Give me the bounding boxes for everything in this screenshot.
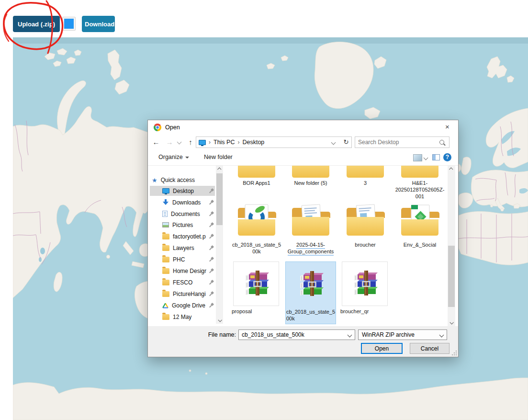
folder-icon (162, 314, 169, 320)
chevron-down-icon (185, 157, 189, 159)
sidebar-item-documents[interactable]: Documents (150, 209, 215, 219)
sidebar-item-google-drive[interactable]: Google Drive (150, 300, 215, 310)
chevron-down-icon (439, 332, 444, 337)
google-drive-icon (162, 303, 169, 308)
history-chevron-icon[interactable] (177, 140, 182, 145)
page: Upload (.zip) Download Open × ← → ↑ (0, 0, 528, 420)
file-tile-broucher-qr-zip[interactable]: broucher_qr (340, 261, 391, 324)
new-folder-button[interactable]: New folder (204, 154, 233, 160)
sidebar-item-12-may[interactable]: 12 May (150, 312, 215, 322)
folder-icon (236, 203, 278, 238)
forward-button[interactable]: → (165, 136, 174, 148)
folder-icon (344, 166, 386, 180)
sidebar-item-downloads[interactable]: Downloads (150, 197, 215, 207)
view-mode-icon[interactable] (413, 154, 422, 161)
pin-icon (209, 268, 214, 273)
folder-icon (162, 280, 169, 285)
file-tile-group-components[interactable]: 2025-04-15-Group_components (285, 203, 336, 255)
dialog-title: Open (165, 124, 180, 131)
sidebar-item-phc[interactable]: PHC (150, 254, 215, 264)
file-tile-3[interactable]: 3 (340, 166, 391, 186)
breadcrumb-separator: › (209, 139, 211, 146)
file-type-dropdown[interactable]: WinRAR ZIP archive (358, 329, 447, 340)
search-box[interactable] (355, 136, 449, 148)
close-button[interactable]: × (437, 120, 458, 135)
pin-icon (209, 188, 214, 193)
preview-pane-icon[interactable] (432, 154, 440, 160)
quick-access-icon: ★ (152, 177, 157, 184)
documents-icon (162, 211, 168, 217)
sidebar-item-pictures[interactable]: Pictures (150, 220, 215, 230)
organize-menu[interactable]: Organize (158, 154, 189, 160)
sidebar-item-home-design[interactable]: Home Desigr (150, 266, 215, 276)
file-list-scrollbar[interactable] (448, 166, 455, 326)
refresh-button[interactable]: ↻ (341, 136, 352, 148)
open-button[interactable]: Open (361, 343, 403, 354)
file-tile-proposal-zip[interactable]: proposal (231, 261, 282, 324)
dialog-footer: File name: WinRAR ZIP archive Open Cance… (148, 326, 458, 357)
downloads-icon (162, 199, 169, 205)
sidebar-item-desktop[interactable]: Desktop (150, 186, 215, 196)
folder-icon (162, 245, 169, 251)
cancel-button[interactable]: Cancel (410, 343, 449, 354)
folder-icon (290, 203, 332, 238)
chevron-down-icon[interactable] (348, 332, 352, 337)
help-button[interactable]: ? (443, 153, 451, 161)
folder-icon (344, 203, 386, 238)
view-chevron-icon[interactable] (424, 156, 428, 160)
breadcrumb-desktop[interactable]: Desktop (242, 139, 264, 146)
search-icon (439, 140, 444, 145)
folder-icon (399, 203, 441, 238)
sidebar-item-picturehanging[interactable]: PictureHangi (150, 289, 215, 299)
sidebar-item-fesco[interactable]: FESCO (150, 277, 215, 287)
file-list: BOR Apps1 New folder (5) (223, 166, 447, 326)
folder-icon (162, 268, 169, 274)
scrollbar-thumb[interactable] (448, 246, 455, 307)
dialog-titlebar: Open × (148, 120, 458, 135)
back-button[interactable]: ← (152, 136, 160, 148)
file-tile-bor-apps1[interactable]: BOR Apps1 (231, 166, 282, 186)
pin-icon (209, 211, 214, 216)
scroll-down-icon[interactable] (218, 318, 222, 322)
up-button[interactable]: ↑ (186, 136, 195, 148)
breadcrumb-this-pc[interactable]: This PC (213, 139, 235, 146)
address-bar[interactable]: › This PC › Desktop (196, 136, 341, 148)
upload-button[interactable]: Upload (.zip) (13, 16, 60, 32)
pin-icon (209, 245, 214, 250)
scroll-up-icon[interactable] (217, 167, 221, 171)
color-picker[interactable] (62, 17, 76, 31)
pin-icon (209, 222, 214, 227)
file-tile-new-folder-5[interactable]: New folder (5) (285, 166, 336, 186)
file-name-combobox[interactable] (238, 329, 355, 340)
sidebar-quick-access[interactable]: ★ Quick access (152, 175, 195, 185)
winrar-archive-icon (298, 270, 325, 297)
folder-icon (162, 291, 169, 297)
scroll-up-icon[interactable] (449, 167, 453, 171)
pin-icon (209, 291, 214, 296)
navigation-pane: ★ Quick access Desktop Downloads Documen… (148, 166, 216, 326)
dialog-navbar: ← → ↑ › This PC › Desktop ↻ (148, 135, 458, 150)
pin-icon (209, 234, 214, 239)
chrome-icon (154, 124, 161, 131)
scroll-down-icon[interactable] (449, 320, 453, 324)
folder-icon (290, 166, 332, 180)
file-tile-cb-2018-folder[interactable]: cb_2018_us_state_500k (231, 203, 282, 255)
resize-grip[interactable] (452, 351, 457, 355)
file-name-label: File name: (183, 331, 236, 338)
sidebar-item-lawyers[interactable]: Lawyers (150, 243, 215, 253)
search-input[interactable] (355, 139, 439, 146)
pin-icon (209, 280, 214, 285)
file-tile-env-social[interactable]: Env_&_Social (394, 203, 445, 248)
this-pc-icon (199, 140, 206, 145)
sidebar-item-factoryotlet[interactable]: factoryotlet.p (150, 231, 215, 241)
file-tile-he1[interactable]: H&E1-20250128T052605Z-001 (394, 166, 445, 200)
download-button[interactable]: Download (82, 16, 115, 32)
file-tile-broucher[interactable]: broucher (340, 203, 391, 248)
dialog-content: ★ Quick access Desktop Downloads Documen… (148, 166, 458, 326)
color-swatch (64, 19, 74, 29)
scrollbar-thumb[interactable] (216, 173, 223, 225)
sidebar-scrollbar[interactable] (216, 166, 223, 324)
file-tile-cb-2018-zip-selected[interactable]: cb_2018_us_state_500k (285, 261, 336, 324)
file-name-input[interactable] (239, 331, 348, 338)
desktop-icon (162, 188, 169, 193)
